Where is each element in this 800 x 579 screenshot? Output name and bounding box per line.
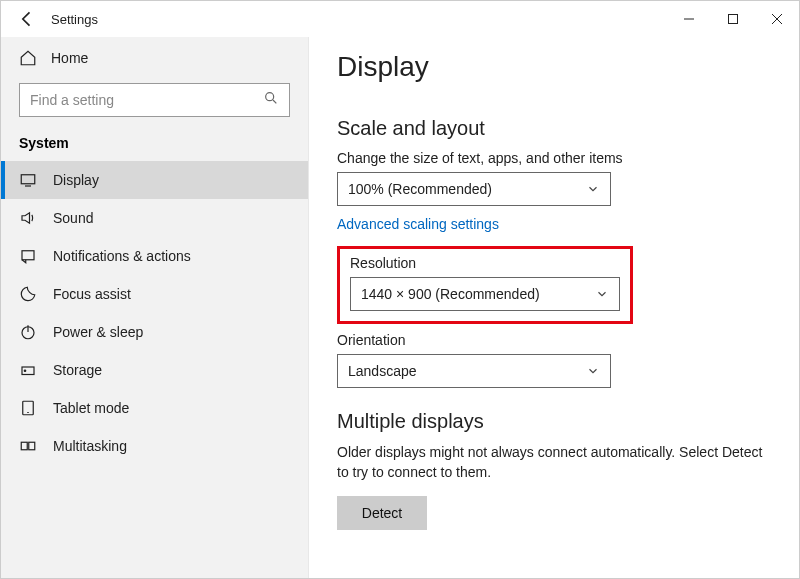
sidebar-item-focus-assist[interactable]: Focus assist — [1, 275, 308, 313]
orientation-combo-value: Landscape — [348, 363, 417, 379]
sidebar: Home System Display Sound Notifications … — [1, 37, 309, 578]
scale-label: Change the size of text, apps, and other… — [337, 150, 771, 166]
search-icon — [263, 90, 279, 110]
multiple-displays-text: Older displays might not always connect … — [337, 443, 771, 482]
orientation-combo[interactable]: Landscape — [337, 354, 611, 388]
search-input[interactable] — [30, 92, 229, 108]
chevron-down-icon — [586, 182, 600, 196]
close-button[interactable] — [755, 4, 799, 34]
sidebar-item-tablet-mode[interactable]: Tablet mode — [1, 389, 308, 427]
svg-rect-1 — [729, 15, 738, 24]
svg-rect-15 — [21, 442, 27, 450]
sidebar-group-label: System — [1, 127, 308, 161]
power-icon — [19, 323, 37, 341]
sidebar-item-label: Storage — [53, 362, 102, 378]
detect-button[interactable]: Detect — [337, 496, 427, 530]
maximize-button[interactable] — [711, 4, 755, 34]
focus-assist-icon — [19, 285, 37, 303]
chevron-down-icon — [595, 287, 609, 301]
sidebar-item-storage[interactable]: Storage — [1, 351, 308, 389]
notifications-icon — [19, 247, 37, 265]
svg-rect-16 — [29, 442, 35, 450]
section-scale-title: Scale and layout — [337, 117, 771, 140]
back-icon[interactable] — [17, 9, 37, 29]
sidebar-item-label: Display — [53, 172, 99, 188]
tablet-icon — [19, 399, 37, 417]
minimize-button[interactable] — [667, 4, 711, 34]
sidebar-home[interactable]: Home — [1, 41, 308, 75]
svg-line-5 — [273, 100, 276, 103]
resolution-label: Resolution — [350, 255, 620, 271]
main-content: Display WindowWindows HD Color settings … — [309, 37, 799, 578]
search-box[interactable] — [19, 83, 290, 117]
section-multiple-title: Multiple displays — [337, 410, 771, 433]
sidebar-item-display[interactable]: Display — [1, 161, 308, 199]
svg-rect-8 — [22, 251, 34, 260]
sidebar-item-label: Tablet mode — [53, 400, 129, 416]
sound-icon — [19, 209, 37, 227]
resolution-highlight: Resolution 1440 × 900 (Recommended) — [337, 246, 633, 324]
scale-combo[interactable]: 100% (Recommended) — [337, 172, 611, 206]
hd-color-link[interactable]: WindowWindows HD Color settings — [337, 85, 771, 101]
storage-icon — [19, 361, 37, 379]
sidebar-item-sound[interactable]: Sound — [1, 199, 308, 237]
svg-point-4 — [266, 93, 274, 101]
sidebar-item-power-sleep[interactable]: Power & sleep — [1, 313, 308, 351]
advanced-scaling-link[interactable]: Advanced scaling settings — [337, 216, 499, 232]
chevron-down-icon — [586, 364, 600, 378]
sidebar-item-label: Focus assist — [53, 286, 131, 302]
sidebar-item-multitasking[interactable]: Multitasking — [1, 427, 308, 465]
page-title: Display — [337, 51, 771, 83]
svg-point-12 — [24, 370, 26, 372]
display-icon — [19, 171, 37, 189]
sidebar-item-label: Notifications & actions — [53, 248, 191, 264]
multitasking-icon — [19, 437, 37, 455]
window-title: Settings — [51, 12, 98, 27]
sidebar-item-label: Multitasking — [53, 438, 127, 454]
scale-combo-value: 100% (Recommended) — [348, 181, 492, 197]
sidebar-item-label: Power & sleep — [53, 324, 143, 340]
orientation-label: Orientation — [337, 332, 771, 348]
resolution-combo-value: 1440 × 900 (Recommended) — [361, 286, 540, 302]
sidebar-item-notifications[interactable]: Notifications & actions — [1, 237, 308, 275]
resolution-combo[interactable]: 1440 × 900 (Recommended) — [350, 277, 620, 311]
sidebar-home-label: Home — [51, 50, 88, 66]
sidebar-item-label: Sound — [53, 210, 93, 226]
svg-rect-6 — [21, 175, 35, 184]
home-icon — [19, 49, 37, 67]
